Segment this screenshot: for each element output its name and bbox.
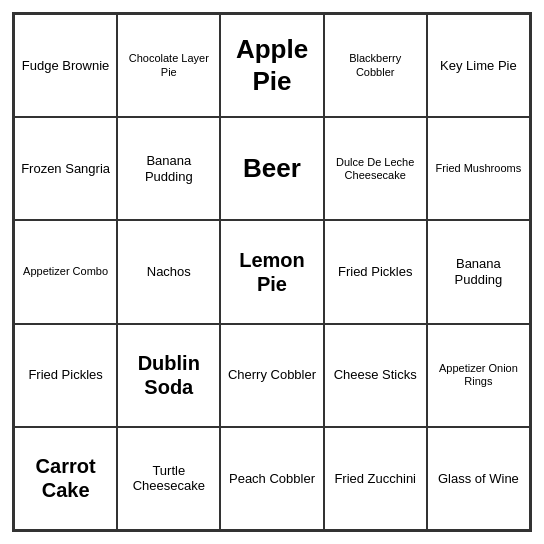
cell-text-0: Fudge Brownie — [22, 58, 109, 74]
cell-text-20: Carrot Cake — [19, 454, 112, 502]
cell-text-13: Fried Pickles — [338, 264, 412, 280]
cell-text-10: Appetizer Combo — [23, 265, 108, 278]
bingo-cell-22: Peach Cobbler — [220, 427, 323, 530]
bingo-cell-15: Fried Pickles — [14, 324, 117, 427]
bingo-cell-9: Fried Mushrooms — [427, 117, 530, 220]
cell-text-1: Chocolate Layer Pie — [122, 52, 215, 78]
bingo-cell-0: Fudge Brownie — [14, 14, 117, 117]
cell-text-9: Fried Mushrooms — [436, 162, 522, 175]
cell-text-4: Key Lime Pie — [440, 58, 517, 74]
cell-text-24: Glass of Wine — [438, 471, 519, 487]
cell-text-16: Dublin Soda — [122, 351, 215, 399]
bingo-cell-11: Nachos — [117, 220, 220, 323]
cell-text-3: Blackberry Cobbler — [329, 52, 422, 78]
bingo-cell-1: Chocolate Layer Pie — [117, 14, 220, 117]
bingo-cell-17: Cherry Cobbler — [220, 324, 323, 427]
bingo-cell-12: Lemon Pie — [220, 220, 323, 323]
cell-text-18: Cheese Sticks — [334, 367, 417, 383]
cell-text-22: Peach Cobbler — [229, 471, 315, 487]
bingo-cell-8: Dulce De Leche Cheesecake — [324, 117, 427, 220]
bingo-cell-13: Fried Pickles — [324, 220, 427, 323]
cell-text-7: Beer — [243, 153, 301, 184]
cell-text-21: Turtle Cheesecake — [122, 463, 215, 494]
bingo-cell-14: Banana Pudding — [427, 220, 530, 323]
cell-text-5: Frozen Sangria — [21, 161, 110, 177]
cell-text-17: Cherry Cobbler — [228, 367, 316, 383]
bingo-cell-20: Carrot Cake — [14, 427, 117, 530]
bingo-card: Fudge BrownieChocolate Layer PieApple Pi… — [12, 12, 532, 532]
cell-text-6: Banana Pudding — [122, 153, 215, 184]
bingo-cell-23: Fried Zucchini — [324, 427, 427, 530]
cell-text-11: Nachos — [147, 264, 191, 280]
cell-text-23: Fried Zucchini — [334, 471, 416, 487]
bingo-cell-18: Cheese Sticks — [324, 324, 427, 427]
bingo-cell-7: Beer — [220, 117, 323, 220]
bingo-cell-6: Banana Pudding — [117, 117, 220, 220]
bingo-cell-3: Blackberry Cobbler — [324, 14, 427, 117]
bingo-cell-5: Frozen Sangria — [14, 117, 117, 220]
cell-text-15: Fried Pickles — [28, 367, 102, 383]
bingo-cell-24: Glass of Wine — [427, 427, 530, 530]
cell-text-12: Lemon Pie — [225, 248, 318, 296]
bingo-cell-4: Key Lime Pie — [427, 14, 530, 117]
bingo-cell-16: Dublin Soda — [117, 324, 220, 427]
bingo-cell-19: Appetizer Onion Rings — [427, 324, 530, 427]
cell-text-19: Appetizer Onion Rings — [432, 362, 525, 388]
cell-text-8: Dulce De Leche Cheesecake — [329, 156, 422, 182]
bingo-cell-2: Apple Pie — [220, 14, 323, 117]
cell-text-14: Banana Pudding — [432, 256, 525, 287]
bingo-cell-10: Appetizer Combo — [14, 220, 117, 323]
cell-text-2: Apple Pie — [225, 34, 318, 96]
bingo-cell-21: Turtle Cheesecake — [117, 427, 220, 530]
